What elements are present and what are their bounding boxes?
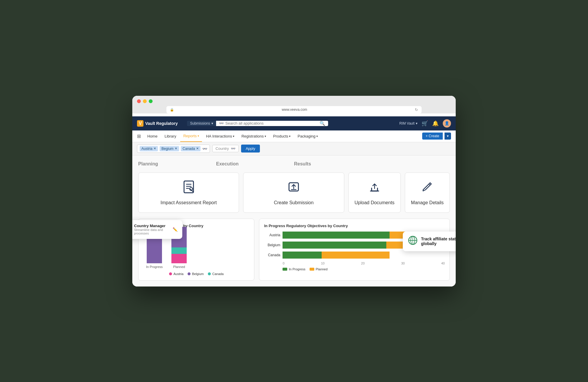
search-input-wrap: 👓 🔍 bbox=[216, 121, 328, 126]
rim-vault-button[interactable]: RIM Vault ▾ bbox=[399, 121, 417, 125]
create-button[interactable]: + Create bbox=[422, 133, 443, 140]
hbar-canada-planned bbox=[322, 252, 390, 259]
section-results-header: Results bbox=[294, 161, 450, 170]
apply-button[interactable]: Apply bbox=[241, 145, 260, 153]
upload-documents-label: Upload Documents bbox=[355, 200, 395, 205]
track-globe-icon bbox=[407, 235, 418, 248]
legend-belgium-label: Belgium bbox=[192, 272, 204, 276]
card-impact-assessment[interactable]: Impact Assessment Report bbox=[138, 172, 239, 213]
browser-chrome: 🔒 www.veeva.com ↻ bbox=[132, 96, 456, 113]
axis-30: 30 bbox=[401, 262, 405, 265]
legend-belgium-dot bbox=[188, 272, 191, 275]
country-manager-title: Country Manager bbox=[134, 224, 170, 228]
nav-item-packaging[interactable]: Packaging ▾ bbox=[295, 130, 321, 142]
cart-icon[interactable]: 🛒 bbox=[422, 120, 428, 127]
legend-canada-dot bbox=[208, 272, 211, 275]
apply-label: Apply bbox=[246, 146, 255, 151]
legend-canada: Canada bbox=[208, 272, 224, 276]
create-label: + Create bbox=[426, 134, 439, 138]
filter-canada-label: Canada bbox=[183, 147, 195, 151]
nav-reports-text: Reports bbox=[183, 134, 197, 138]
legend-planned: Planned bbox=[310, 267, 328, 271]
filter-belgium-remove[interactable]: ✕ bbox=[175, 147, 177, 150]
nav-item-registrations[interactable]: Registrations ▾ bbox=[238, 130, 269, 142]
nav-bar: ⊞ Home Library Planning Reports ▾ HA Int… bbox=[132, 130, 456, 142]
browser-dots bbox=[137, 99, 451, 103]
reports-chevron-icon: ▾ bbox=[198, 134, 199, 138]
manage-details-icon bbox=[420, 180, 434, 197]
upload-documents-icon bbox=[368, 180, 382, 197]
create-submission-icon bbox=[287, 180, 301, 197]
hbar-canada-label: Canada bbox=[264, 253, 280, 257]
nav-item-products[interactable]: Products ▾ bbox=[270, 130, 293, 142]
nav-item-ha[interactable]: HA Interactions ▾ bbox=[203, 130, 237, 142]
search-dropdown[interactable]: Submissions ▾ bbox=[187, 121, 216, 126]
rim-vault-label: RIM Vault bbox=[399, 121, 415, 125]
card-manage-details[interactable]: Manage Details bbox=[405, 172, 450, 213]
products-chevron-icon: ▾ bbox=[289, 135, 290, 138]
nav-item-home[interactable]: Home bbox=[144, 130, 161, 142]
legend-inprogress: In Progress bbox=[283, 267, 305, 271]
section-planning-header: Planning bbox=[138, 161, 216, 170]
reg-chevron-icon: ▾ bbox=[265, 135, 266, 138]
search-input[interactable] bbox=[225, 121, 318, 125]
country-filter[interactable]: Country 👓 bbox=[212, 145, 239, 152]
search-area: Submissions ▾ 👓 🔍 bbox=[187, 121, 328, 126]
country-manager-text: Country Manager Streamline data and proc… bbox=[134, 224, 170, 235]
edit-icon[interactable]: ✏️ bbox=[173, 227, 178, 232]
logo-text: Vault Regulatory bbox=[145, 121, 178, 126]
card-create-submission[interactable]: Create Submission bbox=[243, 172, 344, 213]
nav-home-label: Home bbox=[147, 134, 158, 138]
nav-item-library[interactable]: Library bbox=[162, 130, 179, 142]
search-dropdown-label: Submissions bbox=[190, 121, 210, 125]
dot-green[interactable] bbox=[149, 99, 153, 103]
nav-right: + Create ▾ bbox=[422, 133, 451, 140]
filter-austria-remove[interactable]: ✕ bbox=[153, 147, 156, 150]
nav-item-reports[interactable]: Planning Reports ▾ bbox=[180, 130, 202, 142]
nav-products-label: Products bbox=[273, 134, 288, 138]
search-icon[interactable]: 🔍 bbox=[320, 121, 325, 126]
chart-right-title: In Progress Regulatory Objectives by Cou… bbox=[264, 224, 445, 228]
country-filter-label: Country bbox=[216, 146, 229, 151]
header-right: RIM Vault ▾ 🛒 🔔 👤 bbox=[399, 119, 451, 128]
cards-row: Impact Assessment Report Create Submissi… bbox=[138, 172, 450, 213]
legend-austria: Austria bbox=[169, 272, 183, 276]
bar-planned-austria bbox=[171, 254, 187, 263]
hbar-belgium-label: Belgium bbox=[264, 243, 280, 247]
main-content: Planning Execution Results bbox=[132, 155, 456, 286]
bell-icon[interactable]: 🔔 bbox=[432, 120, 439, 127]
hbar-austria-label: Austria bbox=[264, 233, 280, 237]
dot-red[interactable] bbox=[137, 99, 141, 103]
legend-austria-label: Austria bbox=[173, 272, 183, 276]
create-submission-label: Create Submission bbox=[274, 200, 313, 205]
tag-binoculars-icon[interactable]: 👓 bbox=[202, 146, 207, 151]
legend-inprogress-label: In Progress bbox=[289, 267, 305, 271]
bar-planned-canada bbox=[171, 247, 187, 254]
legend-planned-dot bbox=[310, 268, 314, 271]
filter-belgium-label: Begium bbox=[161, 147, 173, 151]
axis-40: 40 bbox=[441, 262, 445, 265]
url-text: www.veeva.com bbox=[176, 108, 412, 112]
filter-tag-belgium: Begium ✕ bbox=[160, 146, 179, 151]
hbar-belgium-inprogress bbox=[283, 242, 386, 249]
avatar[interactable]: 👤 bbox=[443, 119, 451, 128]
filter-austria-label: Austria bbox=[141, 147, 152, 151]
axis-20: 20 bbox=[361, 262, 365, 265]
grid-icon[interactable]: ⊞ bbox=[137, 133, 141, 139]
impact-assessment-icon bbox=[182, 180, 196, 197]
chart-right-legend: In Progress Planned bbox=[283, 267, 445, 271]
filter-canada-remove[interactable]: ✕ bbox=[196, 147, 199, 150]
filter-bar: Austria ✕ Begium ✕ Canada ✕ 👓 Country 👓 … bbox=[132, 142, 456, 155]
track-tooltip: Track affiliate status globally bbox=[403, 232, 456, 251]
packaging-chevron-icon: ▾ bbox=[316, 135, 318, 138]
nav-reg-label: Registrations bbox=[241, 134, 264, 138]
impact-assessment-label: Impact Assessment Report bbox=[161, 200, 217, 205]
card-upload-documents[interactable]: Upload Documents bbox=[348, 172, 401, 213]
address-bar: 🔒 www.veeva.com ↻ bbox=[166, 106, 422, 113]
logo-area: V Vault Regulatory bbox=[137, 120, 178, 127]
bar-stack-inprogress bbox=[147, 237, 162, 263]
create-dropdown-button[interactable]: ▾ bbox=[445, 133, 451, 140]
refresh-icon[interactable]: ↻ bbox=[415, 108, 418, 112]
hbar-austria-inprogress bbox=[283, 232, 390, 239]
dot-yellow[interactable] bbox=[143, 99, 147, 103]
